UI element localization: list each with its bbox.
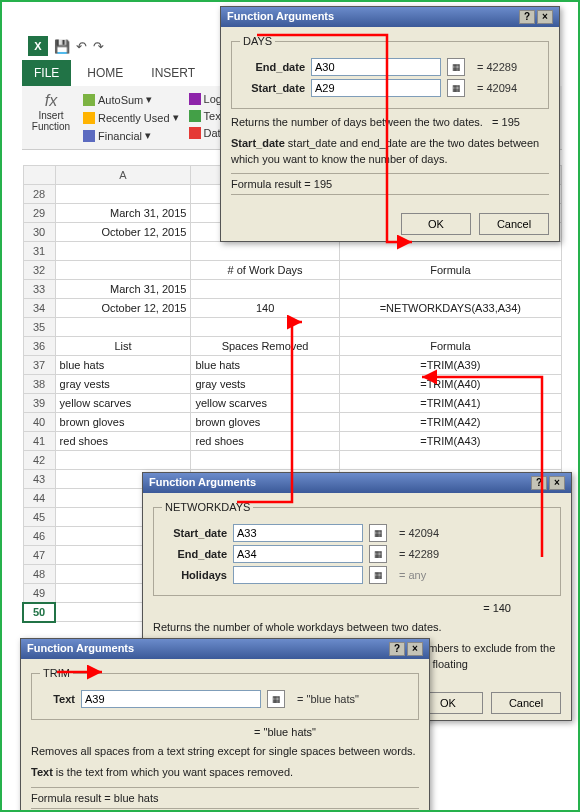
row-header[interactable]: 37 xyxy=(23,356,55,375)
redo-icon[interactable]: ↷ xyxy=(93,39,104,54)
help-icon[interactable]: ? xyxy=(519,10,535,24)
ok-button[interactable]: OK xyxy=(401,213,471,235)
cell[interactable]: gray vests xyxy=(191,375,339,394)
row-header[interactable]: 45 xyxy=(23,508,55,527)
cell[interactable] xyxy=(339,280,561,299)
cell[interactable]: gray vests xyxy=(55,375,191,394)
row-header[interactable]: 47 xyxy=(23,546,55,565)
row-header[interactable]: 32 xyxy=(23,261,55,280)
start-date-input[interactable] xyxy=(233,524,363,542)
cell[interactable]: Formula xyxy=(339,261,561,280)
cell[interactable] xyxy=(191,242,339,261)
range-select-icon[interactable]: ▦ xyxy=(369,524,387,542)
dialog-titlebar[interactable]: Function Arguments ?× xyxy=(143,473,571,493)
close-icon[interactable]: × xyxy=(407,642,423,656)
cancel-button[interactable]: Cancel xyxy=(491,692,561,714)
close-icon[interactable]: × xyxy=(549,476,565,490)
cell[interactable]: blue hats xyxy=(55,356,191,375)
financial-button[interactable]: Financial ▾ xyxy=(80,128,182,143)
row-header[interactable]: 46 xyxy=(23,527,55,546)
cell[interactable]: =TRIM(A43) xyxy=(339,432,561,451)
help-icon[interactable]: ? xyxy=(389,642,405,656)
dialog-titlebar[interactable]: Function Arguments ?× xyxy=(21,639,429,659)
cell[interactable]: October 12, 2015 xyxy=(55,223,191,242)
cell[interactable] xyxy=(55,451,191,470)
row-header[interactable]: 44 xyxy=(23,489,55,508)
row-header[interactable]: 41 xyxy=(23,432,55,451)
cell[interactable]: March 31, 2015 xyxy=(55,204,191,223)
row-header[interactable]: 40 xyxy=(23,413,55,432)
row-header[interactable]: 49 xyxy=(23,584,55,603)
row-header[interactable]: 29 xyxy=(23,204,55,223)
cell[interactable] xyxy=(339,318,561,337)
undo-icon[interactable]: ↶ xyxy=(76,39,87,54)
start-date-input[interactable] xyxy=(311,79,441,97)
cell[interactable]: March 31, 2015 xyxy=(55,280,191,299)
cell[interactable]: List xyxy=(55,337,191,356)
row-header[interactable]: 30 xyxy=(23,223,55,242)
insert-function-button[interactable]: fx Insert Function xyxy=(26,92,76,143)
row-header[interactable]: 31 xyxy=(23,242,55,261)
cell[interactable] xyxy=(191,280,339,299)
cell[interactable] xyxy=(339,242,561,261)
tab-home[interactable]: HOME xyxy=(75,60,135,86)
cell[interactable]: red shoes xyxy=(191,432,339,451)
range-select-icon[interactable]: ▦ xyxy=(369,545,387,563)
cell[interactable]: =TRIM(A40) xyxy=(339,375,561,394)
col-header-a[interactable]: A xyxy=(55,166,191,185)
cell[interactable] xyxy=(339,451,561,470)
row-header[interactable]: 35 xyxy=(23,318,55,337)
recently-used-button[interactable]: Recently Used ▾ xyxy=(80,110,182,125)
cell[interactable] xyxy=(191,451,339,470)
help-icon[interactable]: ? xyxy=(531,476,547,490)
cell[interactable]: yellow scarves xyxy=(55,394,191,413)
text-input[interactable] xyxy=(81,690,261,708)
row-header[interactable]: 43 xyxy=(23,470,55,489)
range-select-icon[interactable]: ▦ xyxy=(267,690,285,708)
cell[interactable]: Formula xyxy=(339,337,561,356)
cancel-button[interactable]: Cancel xyxy=(479,213,549,235)
cell[interactable]: # of Work Days xyxy=(191,261,339,280)
row-header[interactable]: 33 xyxy=(23,280,55,299)
close-icon[interactable]: × xyxy=(537,10,553,24)
cell[interactable]: Spaces Removed xyxy=(191,337,339,356)
cell[interactable]: yellow scarves xyxy=(191,394,339,413)
row-header[interactable]: 39 xyxy=(23,394,55,413)
cell[interactable] xyxy=(55,318,191,337)
cell[interactable]: =TRIM(A42) xyxy=(339,413,561,432)
text-label: Text xyxy=(40,693,75,705)
cell[interactable]: =TRIM(A39) xyxy=(339,356,561,375)
cell[interactable]: =NETWORKDAYS(A33,A34) xyxy=(339,299,561,318)
row-header[interactable]: 48 xyxy=(23,565,55,584)
cell[interactable]: brown gloves xyxy=(55,413,191,432)
end-date-input[interactable] xyxy=(233,545,363,563)
row-header[interactable]: 36 xyxy=(23,337,55,356)
cell[interactable] xyxy=(55,185,191,204)
cell[interactable] xyxy=(55,261,191,280)
range-select-icon[interactable]: ▦ xyxy=(447,79,465,97)
holidays-input[interactable] xyxy=(233,566,363,584)
row-header[interactable]: 42 xyxy=(23,451,55,470)
cell[interactable]: red shoes xyxy=(55,432,191,451)
range-select-icon[interactable]: ▦ xyxy=(447,58,465,76)
row-header-selected[interactable]: 50 xyxy=(23,603,55,622)
row-header[interactable]: 28 xyxy=(23,185,55,204)
cell[interactable] xyxy=(191,318,339,337)
autosum-button[interactable]: AutoSum ▾ xyxy=(80,92,182,107)
cell[interactable] xyxy=(55,242,191,261)
row-header[interactable]: 34 xyxy=(23,299,55,318)
cell[interactable]: 140 xyxy=(191,299,339,318)
cell[interactable]: brown gloves xyxy=(191,413,339,432)
tab-file[interactable]: FILE xyxy=(22,60,71,86)
save-icon[interactable]: 💾 xyxy=(54,39,70,54)
cell[interactable]: October 12, 2015 xyxy=(55,299,191,318)
range-select-icon[interactable]: ▦ xyxy=(369,566,387,584)
tab-insert[interactable]: INSERT xyxy=(139,60,207,86)
end-date-input[interactable] xyxy=(311,58,441,76)
row-header[interactable]: 38 xyxy=(23,375,55,394)
cell[interactable]: =TRIM(A41) xyxy=(339,394,561,413)
dialog-titlebar[interactable]: Function Arguments ?× xyxy=(221,7,559,27)
excel-logo: X xyxy=(28,36,48,56)
cell[interactable]: blue hats xyxy=(191,356,339,375)
corner-cell[interactable] xyxy=(23,166,55,185)
